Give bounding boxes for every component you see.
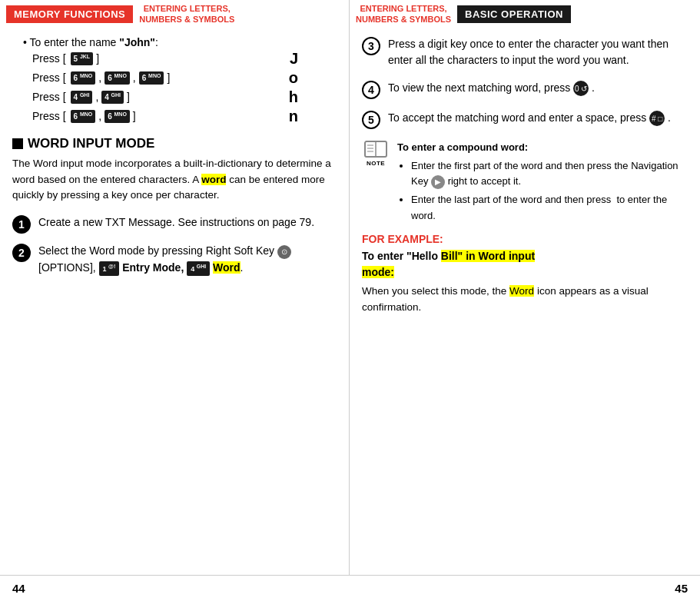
step2-word-highlight: Word [213,261,241,274]
key-1-entry: 1 @! [99,261,120,277]
press-label-2: Press [ [32,71,66,84]
page-numbers: 44 45 [0,575,700,601]
key-4ghi-1: 4 GHI [71,91,93,104]
options-circle-icon: ⊙ [277,245,291,259]
step-2-text: Select the Word mode by pressing Right S… [38,243,337,276]
wim-title: WORD INPUT MODE [28,136,154,151]
key-hash-circle: # □ [649,111,665,126]
step-1: 1 Create a new TXT Message. See instruct… [12,214,337,234]
press-label-4: Press [ [32,110,66,122]
press-line-4: Press [ 6 MNO , 6 MNO ] n [23,108,337,125]
step-5-circle: 5 [362,111,380,129]
left-column: MEMORY FUNCTIONS ENTERING LETTERS, NUMBE… [0,0,350,575]
highlight-mode: mode: [362,266,394,278]
press-line-3: Press [ 4 GHI , 4 GHI ] h [23,88,337,106]
black-square-icon [12,138,23,149]
wim-body: The Word input mode incorporates a built… [12,156,337,204]
john-example: • To enter the name "John": Press [ 5 JK… [12,36,337,125]
for-example-body: When you select this mode, the Word icon… [362,284,688,316]
note-heading: To enter a compound word: [397,141,528,153]
key-6mno-4: 6 MNO [71,110,96,123]
right-content: 3 Press a digit key once to enter the ch… [350,28,700,575]
note-label: NOTE [367,160,385,167]
press-line-1: Press [ 5 JKL ] J [23,50,337,68]
step-5: 5 To accept the matching word and enter … [362,110,688,129]
right-header-subtitle: ENTERING LETTERS, NUMBERS & SYMBOLS [356,3,451,25]
char-n: n [289,108,337,125]
right-header-bar: ENTERING LETTERS, NUMBERS & SYMBOLS BASI… [350,0,700,28]
right-column: ENTERING LETTERS, NUMBERS & SYMBOLS BASI… [350,0,700,575]
note-book-icon [363,140,388,160]
note-content: To enter a compound word: Enter the firs… [397,140,688,224]
char-h: h [289,88,337,106]
left-header-subtitle: ENTERING LETTERS, NUMBERS & SYMBOLS [139,3,234,25]
step-2-circle: 2 [12,244,31,262]
highlighted-word: word [201,174,226,185]
nav-right-icon: ▶ [431,175,445,189]
step-5-text: To accept the matching word and enter a … [388,110,671,127]
left-header-bar: MEMORY FUNCTIONS ENTERING LETTERS, NUMBE… [0,0,349,28]
step-2: 2 Select the Word mode by pressing Right… [12,243,337,276]
page-number-right: 45 [675,582,688,595]
step-4-circle: 4 [362,81,380,99]
step-4-text: To view the next matching word, press 0 … [388,80,595,97]
john-intro-item: • To enter the name "John": [23,36,337,48]
char-J: J [290,50,337,68]
press-label-1: Press [ [32,52,66,65]
step-1-circle: 1 [12,215,31,234]
key-6mno-1: 6 MNO [71,71,96,85]
memory-functions-label: MEMORY FUNCTIONS [6,5,133,23]
highlight-word-body: Word [509,285,534,297]
note-section: NOTE To enter a compound word: Enter the… [362,140,688,224]
press-label-3: Press [ [32,91,66,103]
page-number-left: 44 [12,582,25,595]
note-bullet-2: Enter the last part of the word and then… [411,192,688,223]
for-example-section: FOR EXAMPLE: To enter "Hello Bill" in Wo… [362,233,688,316]
key-5jkl: 5 JKL [71,52,94,65]
page-container: MEMORY FUNCTIONS ENTERING LETTERS, NUMBE… [0,0,700,575]
char-o: o [289,69,337,87]
note-bullet-1: Enter the first part of the word and the… [411,158,688,189]
step-3-text: Press a digit key once to enter the char… [388,36,688,69]
key-4-ghi: 4 GHI [187,261,210,277]
key-6mno-2: 6 MNO [105,71,130,85]
key-6mno-3: 6 MNO [139,71,164,85]
left-content: • To enter the name "John": Press [ 5 JK… [0,28,349,575]
john-intro-text: • To enter the name "John": [23,36,158,48]
note-icon: NOTE [362,140,390,167]
key-6mno-5: 6 MNO [105,110,130,123]
wim-heading: WORD INPUT MODE [12,136,337,151]
key-0-circle: 0 ↺ [573,81,589,96]
key-4ghi-2: 4 GHI [101,91,124,104]
highlight-bill: Bill" in Word input [441,250,535,262]
step-3: 3 Press a digit key once to enter the ch… [362,36,688,69]
step-4: 4 To view the next matching word, press … [362,80,688,99]
basic-operation-label: BASIC OPERATION [457,5,571,23]
for-example-subtitle: To enter "Hello Bill" in Word input mode… [362,248,688,281]
press-line-2: Press [ 6 MNO , 6 MNO , 6 MNO ] o [23,69,337,87]
for-example-title: FOR EXAMPLE: [362,233,688,245]
step-3-circle: 3 [362,37,380,55]
step-1-text: Create a new TXT Message. See instructio… [38,214,314,231]
